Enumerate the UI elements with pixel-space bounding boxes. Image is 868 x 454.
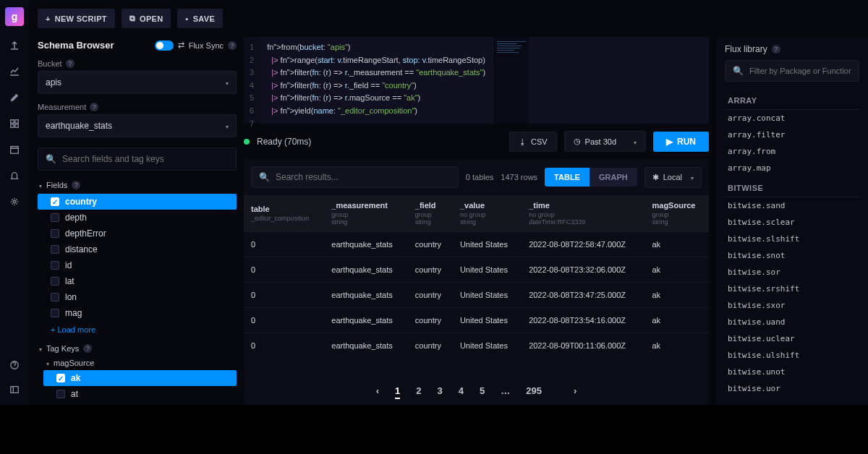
lib-function[interactable]: array.concat xyxy=(725,110,859,127)
dashboard-icon[interactable] xyxy=(8,117,21,130)
field-item[interactable]: mag xyxy=(38,305,237,321)
measurement-select[interactable]: earthquake_stats xyxy=(38,114,237,137)
tab-table[interactable]: TABLE xyxy=(545,168,590,187)
code-editor[interactable]: 1234567 fn">from(bucket: "apis") |> fn">… xyxy=(244,37,709,124)
info-icon[interactable]: ? xyxy=(72,181,80,189)
lib-function[interactable]: array.from xyxy=(725,143,859,160)
table-row[interactable]: 0earthquake_statscountryUnited States202… xyxy=(244,308,709,333)
chevron-down-icon[interactable] xyxy=(39,181,42,189)
app-logo[interactable]: g xyxy=(5,7,24,26)
table-row[interactable]: 0earthquake_statscountryUnited States202… xyxy=(244,333,709,359)
help-icon[interactable] xyxy=(8,359,21,372)
info-icon[interactable]: ? xyxy=(83,344,92,353)
new-script-button[interactable]: +NEW SCRIPT xyxy=(38,9,115,28)
collapse-icon[interactable] xyxy=(8,383,21,396)
column-header[interactable]: magSourcegroupstring xyxy=(645,195,710,232)
lib-category[interactable]: ARRAY xyxy=(725,92,859,110)
lib-function[interactable]: array.filter xyxy=(725,127,859,143)
open-button[interactable]: ⧉OPEN xyxy=(122,9,171,28)
search-icon: 🔍 xyxy=(733,66,744,76)
lib-function[interactable]: bitwise.sand xyxy=(725,197,859,214)
lib-function[interactable]: bitwise.snot xyxy=(725,247,859,264)
tables-count: 0 tables xyxy=(466,173,494,181)
lib-function[interactable]: bitwise.uand xyxy=(725,314,859,330)
lib-function[interactable]: bitwise.urshift xyxy=(725,397,859,398)
column-header[interactable]: table_editor_composition xyxy=(244,195,324,232)
flux-search[interactable]: 🔍 xyxy=(725,60,859,82)
chevron-down-icon[interactable] xyxy=(39,344,42,353)
page-next[interactable]: › xyxy=(574,385,576,396)
schema-search[interactable]: 🔍 xyxy=(38,147,237,171)
info-icon[interactable]: ? xyxy=(90,103,98,111)
column-header[interactable]: _measurementgroupstring xyxy=(324,195,408,232)
info-icon[interactable]: ? xyxy=(772,45,780,53)
column-header[interactable]: _timeno groupdateTime:RFC3339 xyxy=(522,195,644,232)
field-item[interactable]: id xyxy=(38,257,237,273)
minimap[interactable] xyxy=(493,37,529,124)
tab-graph[interactable]: GRAPH xyxy=(590,168,637,187)
page-prev[interactable]: ‹ xyxy=(376,385,379,396)
tagkeys-group[interactable]: Tag Keys xyxy=(46,344,79,353)
info-icon[interactable]: ? xyxy=(228,41,237,50)
lib-function[interactable]: bitwise.srshift xyxy=(725,280,859,297)
load-more-button[interactable]: + Load more xyxy=(38,321,237,338)
field-item[interactable]: depth xyxy=(38,210,237,226)
schema-search-input[interactable] xyxy=(62,154,229,164)
timerange-select[interactable]: ◷Past 30d xyxy=(564,131,646,152)
run-button[interactable]: ▶RUN xyxy=(653,132,709,152)
field-item[interactable]: lon xyxy=(38,289,237,305)
page-number[interactable]: 2 xyxy=(416,385,421,396)
page-number[interactable]: 3 xyxy=(438,385,443,396)
lib-function[interactable]: bitwise.ulshift xyxy=(725,347,859,364)
tag-value-item[interactable]: av xyxy=(43,402,237,405)
tagkey-name[interactable]: magSource xyxy=(54,359,94,367)
table-row[interactable]: 0earthquake_statscountryUnited States202… xyxy=(244,232,709,257)
lib-function[interactable]: bitwise.sxor xyxy=(725,297,859,314)
lib-category[interactable]: BITWISE xyxy=(725,179,859,197)
tag-value-item[interactable]: at xyxy=(43,386,237,402)
page-number[interactable]: 5 xyxy=(480,385,485,396)
table-row[interactable]: 0earthquake_statscountryUnited States202… xyxy=(244,257,709,283)
page-number[interactable]: 295 xyxy=(526,385,542,396)
save-button[interactable]: ▪SAVE xyxy=(177,9,223,28)
fields-group[interactable]: Fields xyxy=(46,181,67,189)
csv-button[interactable]: ⭳CSV xyxy=(509,132,557,152)
flux-sync-label: Flux Sync xyxy=(189,41,224,50)
lib-function[interactable]: bitwise.sor xyxy=(725,264,859,280)
lib-function[interactable]: bitwise.uor xyxy=(725,380,859,397)
info-icon[interactable]: ? xyxy=(66,59,75,68)
flux-sync-toggle[interactable] xyxy=(155,40,174,51)
page-number[interactable]: 4 xyxy=(459,385,464,396)
field-item[interactable]: lat xyxy=(38,273,237,289)
chart-icon[interactable] xyxy=(8,65,21,78)
results-search[interactable]: 🔍 xyxy=(251,166,459,188)
column-header[interactable]: _valueno groupstring xyxy=(453,195,522,232)
search-icon: 🔍 xyxy=(46,154,56,164)
field-item[interactable]: country xyxy=(38,194,237,210)
timezone-select[interactable]: ✱Local xyxy=(644,167,702,188)
lib-function[interactable]: bitwise.sclear xyxy=(725,214,859,231)
lib-function[interactable]: bitwise.unot xyxy=(725,364,859,380)
field-item[interactable]: distance xyxy=(38,241,237,257)
results-search-input[interactable] xyxy=(276,172,451,182)
lib-function[interactable]: bitwise.slshift xyxy=(725,231,859,247)
tag-value-item[interactable]: ak xyxy=(43,370,237,386)
page-number[interactable]: 1 xyxy=(395,385,400,399)
pencil-icon[interactable] xyxy=(8,91,21,104)
bucket-select[interactable]: apis xyxy=(38,71,237,94)
gear-icon[interactable] xyxy=(8,195,21,208)
pagination: ‹ 12345…295 › xyxy=(244,377,709,405)
clock-icon: ◷ xyxy=(574,137,581,146)
checkbox-icon xyxy=(56,390,65,398)
flux-search-input[interactable] xyxy=(749,67,851,75)
lib-function[interactable]: array.map xyxy=(725,160,859,176)
upload-icon[interactable] xyxy=(8,39,21,52)
bell-icon[interactable] xyxy=(8,169,21,182)
table-row[interactable]: 0earthquake_statscountryUnited States202… xyxy=(244,283,709,308)
calendar-icon[interactable] xyxy=(8,143,21,156)
checkbox-icon xyxy=(51,277,59,286)
column-header[interactable]: _fieldgroupstring xyxy=(408,195,453,232)
lib-function[interactable]: bitwise.uclear xyxy=(725,330,859,347)
chevron-down-icon[interactable] xyxy=(46,359,49,367)
field-item[interactable]: depthError xyxy=(38,226,237,241)
